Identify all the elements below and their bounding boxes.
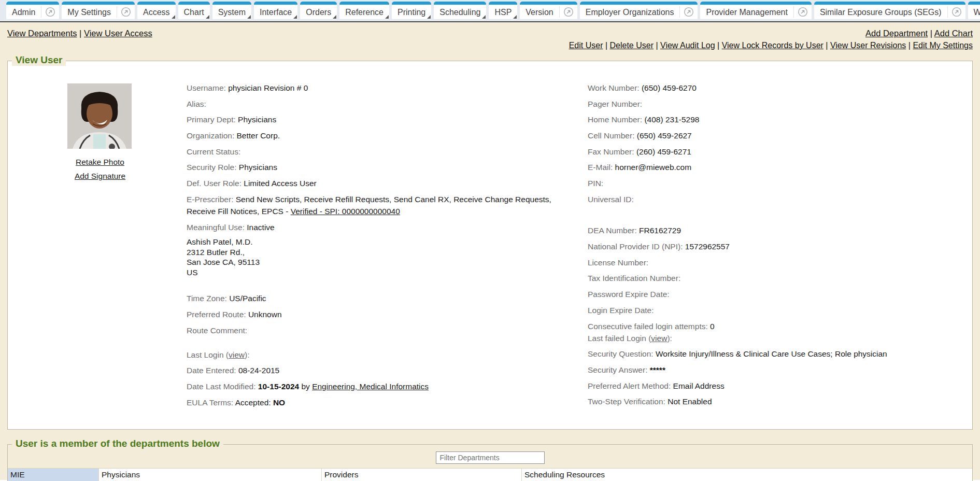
field-value: ***** (650, 365, 665, 374)
preferred-alert-row: Preferred Alert Method: Email Address (588, 380, 980, 392)
view-user-revisions-link[interactable]: View User Revisions (830, 41, 906, 50)
separator: | (906, 41, 913, 50)
add-signature-link[interactable]: Add Signature (53, 169, 147, 183)
login-expire-row: Login Expire Date: (588, 304, 980, 316)
dea-number-row: DEA Number: FR6162729 (588, 224, 980, 236)
failed-attempts-row: Consecutive failed login attempts: 0 (588, 320, 980, 332)
field-label: Preferred Route: (187, 310, 248, 319)
tab-label: Chart (178, 5, 210, 19)
dropdown-arrow-icon (385, 15, 389, 19)
last-failed-view-link[interactable]: view (651, 334, 667, 343)
external-link-icon[interactable] (41, 6, 59, 18)
add-department-link[interactable]: Add Department (865, 29, 928, 38)
tab-hsp[interactable]: HSP (489, 2, 517, 19)
field-value: 10-15-2024 (258, 382, 299, 391)
field-label: Universal ID: (588, 195, 634, 204)
def-user-role-row: Def. User Role: Limited Access User (187, 177, 586, 189)
field-value: Physicians (239, 163, 277, 172)
field-label: Security Answer: (588, 365, 650, 374)
field-value: 08-24-2015 (238, 366, 279, 375)
e-prescriber-row: E-Prescriber: Send New Scripts, Receive … (187, 193, 586, 217)
tab-admin[interactable]: Admin (6, 2, 59, 19)
field-label: Date Entered: (187, 366, 238, 375)
field-label: Security Question: (588, 349, 656, 358)
edit-my-settings-link[interactable]: Edit My Settings (913, 41, 973, 50)
alias-row: Alias: (187, 98, 586, 110)
tab-my-settings[interactable]: My Settings (62, 2, 135, 19)
field-value: (650) 459-6270 (642, 83, 697, 92)
view-audit-log-link[interactable]: View Audit Log (660, 41, 715, 50)
field-label: Def. User Role: (187, 179, 244, 188)
department-cell-physicians[interactable]: Physicians (99, 469, 322, 481)
field-label: Last failed Login ( (588, 334, 651, 343)
delete-user-link[interactable]: Delete User (610, 41, 654, 50)
right-action-links-row1: Add Department | Add Chart (865, 29, 973, 40)
retake-photo-link[interactable]: Retake Photo (53, 155, 147, 169)
edit-user-link[interactable]: Edit User (569, 41, 603, 50)
modified-by-link[interactable]: Engineering, Medical Informatics (312, 382, 429, 391)
tab-label: System (212, 5, 251, 19)
last-failed-login-row: Last failed Login (view): (588, 332, 980, 344)
tab-provider-management[interactable]: Provider Management (700, 2, 811, 19)
add-chart-link[interactable]: Add Chart (934, 29, 973, 38)
external-link-icon[interactable] (559, 6, 577, 18)
tab-label: My Settings (62, 5, 117, 19)
tab-orders[interactable]: Orders (300, 2, 337, 19)
tab-scheduling[interactable]: Scheduling (434, 2, 486, 19)
spi-verified-link[interactable]: Verified - SPI: 0000000000040 (291, 207, 400, 216)
field-value: Physicians (238, 115, 276, 124)
field-label: National Provider ID (NPI): (588, 242, 685, 251)
field-label: Current Status: (187, 147, 240, 156)
view-user-fieldset: View User Retake PhotoAdd Signature User… (7, 61, 973, 430)
department-cell-mie[interactable]: MIE (8, 469, 99, 481)
external-link-icon[interactable] (793, 6, 812, 18)
field-label: Preferred Alert Method: (588, 381, 673, 390)
field-value: (650) 459-2627 (637, 131, 692, 140)
date-entered-row: Date Entered: 08-24-2015 (187, 364, 586, 376)
field-value: Receive Fill Notices, EPCS - (187, 207, 291, 216)
department-cell-providers[interactable]: Providers (322, 469, 522, 481)
field-value: Send New Scripts, Receive Refill Request… (236, 195, 551, 204)
tab-similar-exposure-groups-segs[interactable]: Similar Exposure Groups (SEGs) (814, 2, 965, 19)
department-row: MIEPhysiciansProvidersScheduling Resourc… (8, 468, 972, 481)
tab-interface[interactable]: Interface (254, 2, 297, 19)
tab-label: Reference (339, 5, 389, 19)
field-label: DEA Number: (588, 226, 639, 235)
separator: | (715, 41, 722, 50)
universal-id-row: Universal ID: (588, 193, 980, 205)
tab-system[interactable]: System (212, 2, 251, 19)
npi-row: National Provider ID (NPI): 1572962557 (588, 240, 980, 252)
field-value: Accepted: (235, 398, 273, 407)
department-cell-scheduling-resources[interactable]: Scheduling Resources (522, 469, 972, 481)
external-link-icon[interactable] (947, 6, 965, 18)
external-link-icon[interactable] (117, 6, 135, 18)
tab-reference[interactable]: Reference (339, 2, 389, 19)
view-user-access-link[interactable]: View User Access (84, 29, 152, 38)
tab-label: Admin (6, 5, 41, 19)
tab-chart[interactable]: Chart (178, 2, 210, 19)
tab-label: Printing (392, 5, 431, 19)
top-tab-bar: AdminMy SettingsAccessChartSystemInterfa… (0, 0, 980, 21)
departments-legend: User is a member of the departments belo… (12, 438, 223, 449)
user-details-left-column: Username: physician Revision # 0Alias:Pr… (187, 82, 586, 412)
tab-access[interactable]: Access (137, 2, 176, 19)
field-label: Login Expire Date: (588, 306, 654, 315)
field-label: E-Prescriber: (187, 195, 236, 204)
primary-dept-row: Primary Dept: Physicians (187, 114, 586, 125)
external-link-icon[interactable] (679, 6, 698, 18)
field-label: ): (245, 350, 249, 359)
tab-printing[interactable]: Printing (392, 2, 431, 19)
organization-row: Organization: Better Corp. (187, 130, 586, 142)
tab-employer-organizations[interactable]: Employer Organizations (580, 2, 698, 19)
dropdown-arrow-icon (206, 15, 209, 19)
field-label: License Number: (588, 258, 648, 267)
tab-version[interactable]: Version (520, 2, 577, 19)
last-login-view-link[interactable]: view (229, 350, 245, 359)
field-label: Two-Step Verification: (588, 397, 667, 406)
view-departments-link[interactable]: View Departments (7, 29, 77, 38)
field-value: Ashish Patel, M.D. (187, 237, 253, 246)
cell-number-row: Cell Number: (650) 459-2627 (588, 130, 980, 142)
filter-departments-input[interactable] (436, 451, 545, 464)
view-lock-records-by-user-link[interactable]: View Lock Records by User (722, 41, 823, 50)
tab-work-locations[interactable]: Work Locations (968, 2, 980, 19)
